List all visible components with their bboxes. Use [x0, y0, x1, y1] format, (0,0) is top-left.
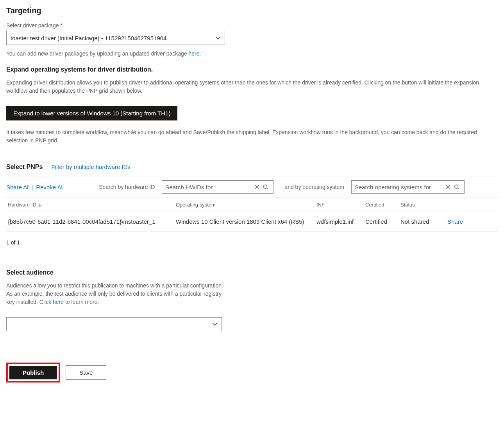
col-certified[interactable]: Certified	[365, 202, 400, 208]
expand-note: It takes few minutes to complete workflo…	[6, 128, 495, 145]
publish-highlight: Publish	[6, 363, 60, 383]
audience-dropdown[interactable]	[6, 317, 222, 331]
share-all-link[interactable]: Share All	[6, 184, 30, 190]
save-button[interactable]: Save	[66, 365, 106, 380]
upload-here-link[interactable]: here	[188, 50, 199, 57]
upload-hint: You can add new driver packages by uploa…	[6, 50, 498, 57]
select-driver-label: Select driver package *	[6, 22, 498, 29]
col-inf[interactable]: INF	[316, 202, 365, 208]
search-icon[interactable]	[452, 183, 461, 190]
chevron-down-icon	[215, 35, 221, 41]
targeting-title: Targeting	[6, 6, 498, 15]
cell-os: Windows 10 Client version 1809 Client x6…	[176, 218, 316, 225]
expand-title: Expand operating systems for driver dist…	[6, 66, 498, 73]
cell-hw: {b85b7c50-6a01-11d2-b841-00c04fad5171}\m…	[8, 218, 176, 225]
pnp-toolbar: Share All | Revoke All Search by hardwar…	[6, 176, 498, 198]
search-os-input[interactable]	[355, 184, 444, 190]
search-hw-label: Search by hardware ID	[99, 184, 155, 190]
svg-point-0	[264, 185, 267, 189]
pnp-table: Hardware ID Operating system INF Certifi…	[6, 198, 498, 232]
cell-inf: wdfsimple1.inf	[316, 218, 365, 225]
col-status[interactable]: Status	[400, 202, 440, 208]
cell-status: Not shared	[400, 218, 440, 225]
pagination: 1 of 1	[6, 239, 498, 246]
audience-here-link[interactable]: here	[53, 299, 64, 305]
col-os[interactable]: Operating system	[176, 202, 316, 208]
expand-button[interactable]: Expand to lower versions of Windows 10 (…	[6, 106, 177, 120]
select-pnps-title: Select PNPs	[6, 163, 43, 171]
table-header: Hardware ID Operating system INF Certifi…	[6, 198, 498, 212]
expand-desc: Expanding driver distribution allows you…	[6, 79, 495, 95]
filter-hwids-link[interactable]: Filter by multiple hardware IDs	[51, 163, 130, 170]
action-row: Publish Save	[6, 363, 498, 383]
audience-title: Select audience	[6, 269, 498, 276]
publish-button[interactable]: Publish	[9, 366, 57, 379]
revoke-all-link[interactable]: Revoke All	[36, 184, 64, 190]
search-hwid-input[interactable]	[165, 184, 253, 190]
search-os-box[interactable]	[351, 180, 465, 194]
sort-down-icon	[38, 203, 42, 207]
chevron-down-icon	[212, 321, 218, 327]
and-os-label: and by operating system	[284, 184, 344, 190]
driver-package-dropdown[interactable]: toaster test driver (Initial Package) - …	[6, 31, 225, 45]
svg-point-1	[454, 185, 458, 189]
audience-desc: Audiences allow you to restrict this pub…	[6, 282, 225, 306]
share-row-link[interactable]: Share	[440, 218, 463, 225]
clear-icon[interactable]	[253, 183, 261, 190]
clear-icon[interactable]	[444, 183, 452, 190]
divider: |	[32, 184, 34, 190]
cell-cert: Certified	[365, 218, 400, 225]
search-icon[interactable]	[261, 183, 270, 190]
col-hardware-id[interactable]: Hardware ID	[8, 202, 176, 208]
table-row: {b85b7c50-6a01-11d2-b841-00c04fad5171}\m…	[6, 212, 498, 232]
driver-package-value: toaster test driver (Initial Package) - …	[11, 35, 166, 41]
search-hwid-box[interactable]	[162, 180, 273, 194]
